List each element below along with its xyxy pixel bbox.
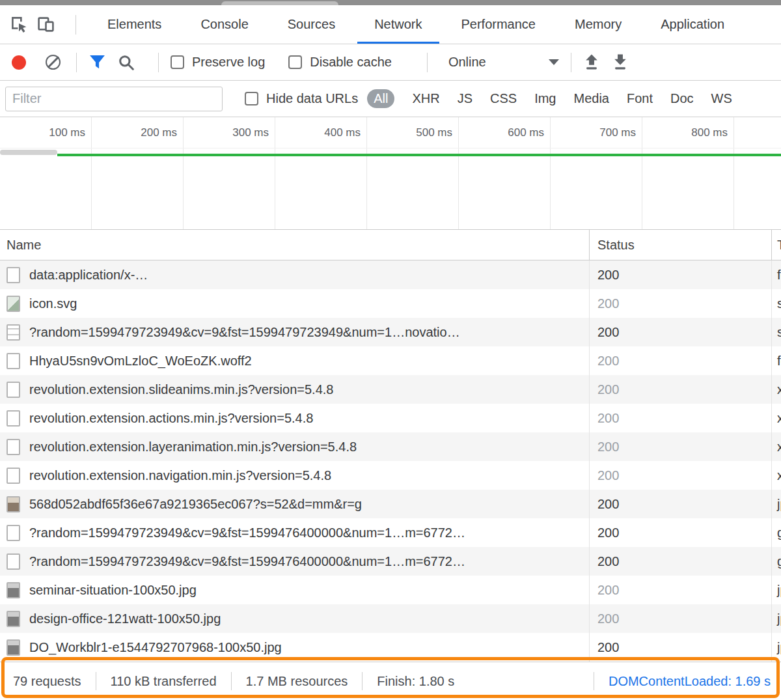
request-type: g [771,518,781,547]
column-header-status[interactable]: Status [589,230,771,260]
resource-type-filter[interactable]: Font [627,91,653,106]
summary-item: 79 requests [13,672,81,690]
devtools-tab[interactable]: Sources [268,5,355,44]
request-type: jp [771,633,781,662]
import-har-icon[interactable] [583,53,600,71]
checkbox-box [288,55,302,69]
file-type-icon [7,496,20,512]
summary-item: Finish: 1.80 s [362,672,454,690]
column-header-type[interactable]: Type [771,230,781,260]
column-header-name[interactable]: Name [0,230,589,260]
network-request-row[interactable]: ?random=1599479723949&cv=9&fst=159947972… [0,318,781,346]
request-name-cell: DO_Workblr1-e1544792707968-100x50.jpg [0,633,589,662]
hide-data-urls-label: Hide data URLs [266,91,358,106]
inspect-element-icon[interactable] [10,16,28,33]
network-request-row[interactable]: data:application/x-… 200 fo [0,260,781,289]
network-request-row[interactable]: 568d052abdf65f36e67a9219365ec067?s=52&d=… [0,490,781,518]
network-request-row[interactable]: icon.svg 200 s [0,289,781,318]
request-name: design-office-121watt-100x50.jpg [29,611,221,626]
devtools-tab[interactable]: Performance [442,5,556,44]
network-request-row[interactable]: seminar-situation-100x50.jpg 200 jp [0,576,781,604]
request-name: icon.svg [29,296,77,311]
request-type: jp [771,604,781,633]
timeline-tick-label: 100 ms [0,126,92,139]
requests-table-body: data:application/x-… 200 fo icon.svg 200… [0,260,781,662]
request-name-cell: ?random=1599479723949&cv=9&fst=159947640… [0,547,589,576]
request-type: x [771,432,781,461]
devtools-window: Elements Console Sources Network Perform… [0,0,781,700]
devtools-tab[interactable]: Memory [555,5,641,44]
network-request-row[interactable]: ?random=1599479723949&cv=9&fst=159947640… [0,547,781,576]
request-status: 200 [589,404,771,432]
request-name: revolution.extension.slideanims.min.js?v… [29,382,333,397]
request-name-cell: revolution.extension.layeranimation.min.… [0,432,589,461]
devtools-tab[interactable]: Application [641,5,744,44]
resource-type-filter[interactable]: WS [711,91,732,106]
timeline-tick-label: 400 ms [275,126,367,139]
request-name-cell: data:application/x-… [0,260,589,289]
clear-network-log-icon[interactable] [46,55,61,70]
throttling-select[interactable]: Online [448,55,559,70]
device-toolbar-icon[interactable] [37,16,55,33]
network-request-row[interactable]: revolution.extension.navigation.min.js?v… [0,461,781,490]
devtools-tab[interactable]: Network [355,5,441,44]
resource-type-filter[interactable]: Img [534,91,556,106]
file-type-icon [7,382,20,398]
network-overview[interactable] [0,148,781,229]
devtools-tab-label: Memory [575,17,622,32]
resource-type-filters: AllXHRJSCSSImgMediaFontDocWS [367,89,732,108]
timeline-ruler: 100 ms200 ms300 ms400 ms500 ms600 ms700 … [0,117,781,148]
overview-green-line [57,154,781,156]
preserve-log-label: Preserve log [192,55,265,70]
summary-item: DOMContentLoaded: 1.69 s [594,672,771,690]
request-type: x [771,375,781,404]
request-name: revolution.extension.navigation.min.js?v… [29,468,331,483]
hide-data-urls-checkbox[interactable]: Hide data URLs [245,91,358,106]
file-type-icon [7,410,20,427]
devtools-tab-label: Elements [107,17,161,32]
network-request-row[interactable]: DO_Workblr1-e1544792707968-100x50.jpg 20… [0,633,781,662]
preserve-log-checkbox[interactable]: Preserve log [171,55,265,70]
request-type: g [771,547,781,576]
request-type: s [771,289,781,318]
file-type-icon [7,439,20,455]
devtools-tab[interactable]: Console [181,5,267,44]
devtools-tabbar: Elements Console Sources Network Perform… [0,5,781,44]
resource-type-filter[interactable]: Media [573,91,609,106]
disable-cache-label: Disable cache [310,55,392,70]
network-request-row[interactable]: ?random=1599479723949&cv=9&fst=159947640… [0,518,781,547]
file-type-icon [7,525,20,541]
filter-input[interactable] [5,87,223,111]
record-network-log-button[interactable] [12,55,26,70]
network-request-row[interactable]: revolution.extension.actions.min.js?vers… [0,404,781,432]
request-name-cell: revolution.extension.slideanims.min.js?v… [0,375,589,404]
search-icon[interactable] [118,54,135,71]
resource-type-filter[interactable]: Doc [670,91,694,106]
request-name: 568d052abdf65f36e67a9219365ec067?s=52&d=… [29,497,362,512]
request-status: 200 [589,576,771,604]
timeline-tick-label: 500 ms [367,126,459,139]
filter-funnel-icon[interactable] [89,54,106,70]
resource-type-filter[interactable]: All [367,89,394,108]
request-name: data:application/x-… [29,268,148,283]
request-type: x [771,404,781,432]
resource-type-filter[interactable]: CSS [490,91,517,106]
divider [158,53,159,72]
timeline-tick-label: 200 ms [92,126,184,139]
network-request-row[interactable]: design-office-121watt-100x50.jpg 200 jp [0,604,781,633]
file-type-icon [7,267,20,283]
divider [75,15,76,35]
network-request-row[interactable]: revolution.extension.layeranimation.min.… [0,432,781,461]
resource-type-filter[interactable]: XHR [412,91,439,106]
request-status: 200 [589,518,771,547]
disable-cache-checkbox[interactable]: Disable cache [288,55,392,70]
network-request-row[interactable]: HhyaU5sn9vOmLzloC_WoEoZK.woff2 200 fo [0,346,781,375]
resource-type-filter[interactable]: JS [458,91,473,106]
devtools-tab[interactable]: Elements [88,5,181,44]
request-name: HhyaU5sn9vOmLzloC_WoEoZK.woff2 [29,354,252,369]
request-type: x [771,461,781,490]
throttling-value: Online [448,55,486,70]
export-har-icon[interactable] [612,53,629,71]
divider [427,53,428,72]
network-request-row[interactable]: revolution.extension.slideanims.min.js?v… [0,375,781,404]
